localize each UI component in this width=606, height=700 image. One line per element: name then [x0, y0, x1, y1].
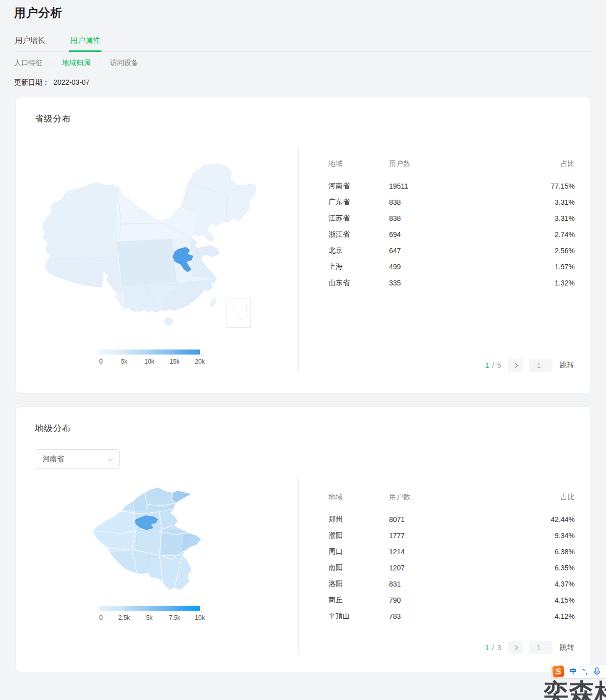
total-pages: 5 [497, 361, 501, 369]
current-page: 1 [485, 644, 489, 652]
legend-tick: 15k [170, 358, 179, 365]
table-row: 江苏省8383.31% [328, 210, 575, 226]
next-page-button[interactable] [508, 359, 523, 372]
city-map-legend: 0 2.5k 5k 7.5k 10k [99, 606, 200, 622]
main-tab-bar: 用户增长 用户属性 [14, 33, 592, 52]
city-table-panel: 地域 用户数 占比 郑州807142.44% 濮阳17779.34% 周口121… [298, 478, 590, 654]
col-header-region: 地域 [328, 493, 389, 502]
update-date-value: 2022-03-07 [53, 78, 90, 86]
tab-user-growth[interactable]: 用户增长 [14, 33, 46, 51]
table-row: 山东省3351.32% [328, 275, 575, 291]
legend-gradient-bar [99, 349, 200, 355]
col-header-ratio: 占比 [524, 493, 575, 502]
col-header-region: 地域 [328, 159, 389, 168]
page-title: 用户分析 [14, 5, 592, 21]
col-header-users: 用户数 [389, 159, 524, 168]
table-row: 广东省8383.31% [328, 194, 575, 210]
subtab-region[interactable]: 地域归属 [62, 59, 90, 68]
subtab-divider [52, 60, 52, 67]
table-row: 洛阳8314.37% [328, 576, 575, 592]
legend-tick: 10k [144, 358, 154, 365]
microphone-icon[interactable] [593, 667, 600, 676]
page-jump-input[interactable] [529, 359, 553, 372]
col-header-ratio: 占比 [524, 159, 575, 168]
chevron-right-icon [513, 645, 518, 650]
chevron-down-icon [108, 455, 114, 461]
subtab-demographics[interactable]: 人口特征 [14, 59, 42, 68]
tab-user-attributes[interactable]: 用户属性 [69, 33, 101, 51]
ime-language-toggle[interactable]: 中 [570, 667, 577, 676]
page-separator: / [492, 644, 494, 652]
page-jump-input[interactable] [529, 641, 553, 654]
table-row: 上海4991.97% [328, 259, 575, 275]
jump-button[interactable]: 跳转 [560, 643, 575, 652]
province-table: 地域 用户数 占比 河南省1951177.15% 广东省8383.31% 江苏省… [328, 159, 575, 291]
col-header-users: 用户数 [389, 493, 524, 502]
total-pages: 3 [497, 644, 501, 652]
legend-tick: 5k [146, 614, 153, 621]
table-row: 周口12146.38% [328, 544, 575, 560]
subtab-devices[interactable]: 访问设备 [110, 59, 138, 68]
city-table: 地域 用户数 占比 郑州807142.44% 濮阳17779.34% 周口121… [328, 492, 575, 624]
page-header: 用户分析 用户增长 用户属性 人口特征 地域归属 访问设备 更新日期：2022-… [0, 0, 606, 87]
legend-gradient-bar [99, 606, 200, 611]
table-row: 浙江省6942.74% [328, 226, 575, 243]
ime-punctuation-toggle[interactable]: °, [582, 668, 588, 675]
legend-tick: 2.5k [119, 614, 130, 621]
table-header-row: 地域 用户数 占比 [328, 492, 575, 502]
china-map-panel: 0 5k 10k 15k 20k [16, 147, 298, 372]
table-row: 郑州807142.44% [328, 511, 575, 528]
chevron-right-icon [513, 363, 518, 368]
city-pagination: 1 / 3 跳转 [328, 641, 575, 654]
province-select[interactable]: 河南省 [35, 449, 120, 469]
henan-map [76, 483, 238, 604]
province-distribution-card: 省级分布 [15, 97, 591, 393]
legend-labels: 0 5k 10k 15k 20k [99, 358, 200, 366]
china-map [41, 159, 293, 348]
legend-labels: 0 2.5k 5k 7.5k 10k [99, 614, 200, 622]
table-row: 南阳12076.35% [328, 560, 575, 576]
table-row: 河南省1951177.15% [328, 178, 575, 194]
province-map-legend: 0 5k 10k 15k 20k [99, 349, 200, 366]
update-date-row: 更新日期：2022-03-07 [14, 78, 592, 87]
subtab-divider [100, 60, 100, 67]
south-china-sea-inset [227, 299, 250, 327]
page-separator: / [492, 361, 494, 369]
province-select-value: 河南省 [43, 454, 64, 463]
city-distribution-card: 地级分布 河南省 [15, 406, 591, 672]
current-page: 1 [485, 361, 489, 369]
province-table-panel: 地域 用户数 占比 河南省1951177.15% 广东省8383.31% 江苏省… [298, 147, 590, 372]
henan-map-panel: 0 2.5k 5k 7.5k 10k [16, 478, 298, 654]
table-row: 北京6472.56% [328, 243, 575, 259]
legend-tick: 7.5k [169, 614, 181, 621]
legend-tick: 0 [99, 614, 103, 621]
table-row: 商丘7904.15% [328, 592, 575, 608]
sub-tab-bar: 人口特征 地域归属 访问设备 [14, 59, 592, 68]
legend-tick: 5k [121, 358, 128, 365]
table-header-row: 地域 用户数 占比 [328, 159, 575, 169]
legend-tick: 0 [99, 358, 103, 365]
legend-tick: 20k [195, 358, 204, 365]
city-card-title: 地级分布 [16, 407, 590, 434]
province-pagination: 1 / 5 跳转 [328, 359, 575, 372]
legend-tick: 10k [195, 614, 204, 621]
table-row: 平顶山7834.12% [328, 608, 575, 624]
table-row: 濮阳17779.34% [328, 528, 575, 544]
jump-button[interactable]: 跳转 [560, 361, 575, 370]
watermark-text: 奕森格 [543, 676, 606, 700]
update-date-label: 更新日期： [14, 78, 49, 86]
province-card-title: 省级分布 [16, 97, 590, 125]
next-page-button[interactable] [508, 641, 523, 654]
